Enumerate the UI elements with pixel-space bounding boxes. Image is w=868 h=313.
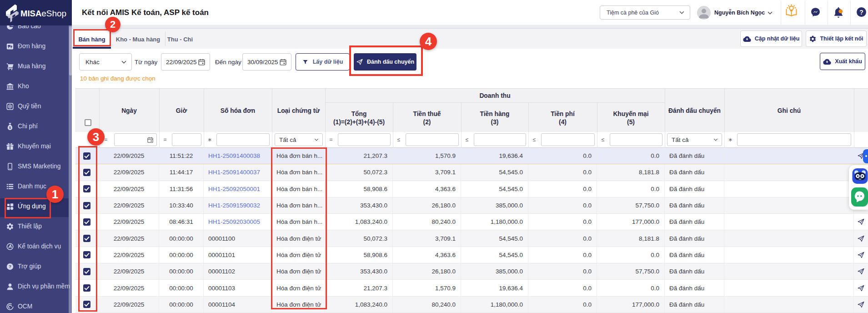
svg-text:?: ?	[9, 264, 11, 269]
svg-text:$: $	[9, 126, 11, 130]
